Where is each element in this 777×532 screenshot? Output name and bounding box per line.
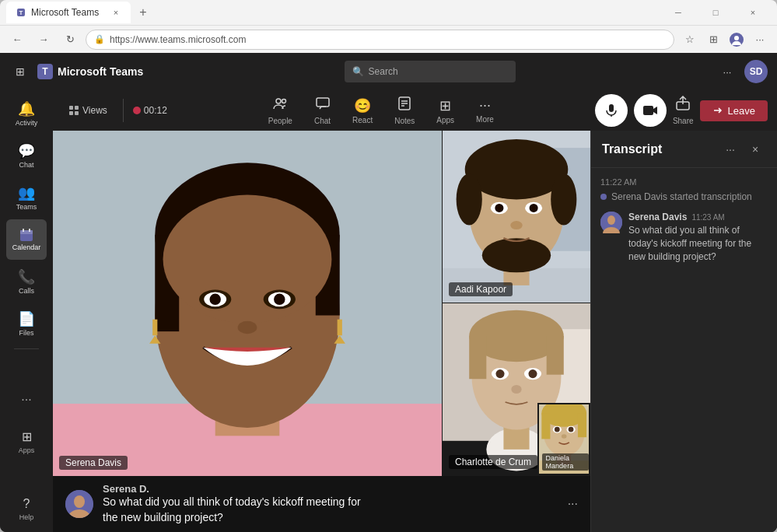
sidebar-apps-button[interactable]: ⊞ Apps: [6, 422, 47, 462]
notes-button[interactable]: Notes: [387, 93, 422, 128]
header-more-button[interactable]: ···: [716, 61, 738, 82]
svg-point-78: [511, 385, 521, 394]
video-grid: Serena Davis: [53, 131, 590, 476]
video-section: Serena Davis: [53, 131, 590, 532]
teams-app: ⊞ T Microsoft Teams 🔍 Search ··· SD: [0, 53, 777, 532]
help-icon: ?: [23, 497, 30, 511]
teams-label: Teams: [16, 204, 37, 212]
profile-icon[interactable]: [726, 29, 747, 51]
system-text: Serena Davis started transcription: [611, 191, 752, 202]
active-tab[interactable]: T Microsoft Teams ×: [6, 2, 131, 23]
sidebar-item-calls[interactable]: 📞 Calls: [6, 261, 47, 302]
window-controls: ─ □ ×: [660, 0, 771, 25]
entry-text: So what did you all think of today's kic…: [628, 224, 768, 263]
entry-name: Serena Davis: [628, 212, 687, 222]
minimize-button[interactable]: ─: [660, 0, 696, 25]
back-button[interactable]: ←: [6, 29, 28, 51]
mic-button[interactable]: [595, 94, 628, 127]
react-button[interactable]: 😊 React: [345, 94, 380, 128]
transcript-actions: ··· ×: [719, 138, 766, 160]
notes-label: Notes: [394, 117, 415, 125]
svg-point-96: [607, 215, 615, 225]
react-label: React: [352, 116, 373, 124]
people-button[interactable]: People: [261, 93, 300, 128]
meeting-toolbar: Views 00:12: [53, 90, 777, 131]
svg-point-41: [274, 294, 285, 305]
share-button[interactable]: Share: [673, 96, 694, 125]
apps-toolbar-button[interactable]: ⊞ Apps: [429, 94, 462, 128]
help-label: Help: [19, 513, 34, 521]
daniela-label: Daniela Mandera: [542, 453, 589, 471]
caption-speaker: Serena D.: [103, 483, 558, 495]
url-bar[interactable]: 🔒 https://www.teams.microsoft.com: [86, 30, 674, 50]
transcript-close-button[interactable]: ×: [744, 138, 766, 160]
hamburger-menu-icon[interactable]: ⊞: [9, 61, 31, 82]
svg-point-89: [555, 427, 560, 432]
chat-toolbar-button[interactable]: Chat: [306, 93, 338, 128]
svg-rect-86: [578, 413, 586, 437]
browser-more-icon[interactable]: ···: [749, 29, 771, 51]
svg-point-56: [551, 173, 576, 225]
transcript-system-event: Serena Davis started transcription: [600, 191, 768, 202]
sidebar-item-calendar[interactable]: Calendar: [6, 219, 47, 260]
svg-point-62: [510, 221, 522, 229]
sidebar-item-teams[interactable]: 👥 Teams: [6, 177, 47, 218]
sidebar-more-icon: ···: [21, 393, 31, 407]
aadi-video: [443, 131, 590, 303]
svg-point-55: [457, 173, 482, 225]
svg-point-14: [276, 99, 281, 103]
chat-toolbar-icon: [315, 96, 331, 115]
serena-video: [53, 131, 442, 476]
svg-rect-13: [75, 111, 79, 115]
header-right: ··· SD: [716, 60, 768, 83]
meeting-timer: 00:12: [144, 105, 167, 116]
svg-rect-12: [69, 111, 73, 115]
svg-rect-44: [338, 320, 342, 336]
react-icon: 😊: [354, 97, 371, 114]
user-avatar-header[interactable]: SD: [744, 60, 768, 83]
caption-text: So what did you all think of today's kic…: [103, 495, 558, 525]
sidebar-item-chat[interactable]: 💬 Chat: [6, 135, 47, 176]
close-window-button[interactable]: ×: [735, 0, 771, 25]
svg-rect-21: [609, 104, 614, 112]
tab-close-button[interactable]: ×: [110, 7, 121, 18]
files-icon: 📄: [18, 310, 35, 327]
leave-button[interactable]: Leave: [700, 100, 768, 121]
transcript-entry-0: Serena Davis 11:23 AM So what did you al…: [600, 212, 768, 263]
sidebar-more-button[interactable]: ···: [6, 380, 47, 420]
chat-label: Chat: [19, 162, 33, 170]
leave-label: Leave: [728, 105, 755, 117]
sidebar-help-button[interactable]: ? Help: [6, 488, 47, 529]
new-tab-button[interactable]: +: [134, 3, 152, 22]
daniela-inset-cell: Daniela Mandera: [537, 403, 590, 475]
transcript-entry-avatar: [600, 212, 622, 233]
maximize-button[interactable]: □: [698, 0, 733, 25]
charlotte-de-crum-label: Charlotte de Crum: [449, 455, 537, 469]
sidebar-divider: [14, 348, 39, 349]
svg-rect-11: [75, 106, 79, 110]
svg-rect-85: [541, 413, 550, 439]
video-side-column: Aadi Kapoor: [442, 131, 590, 476]
transcript-panel: Transcript ··· × 11:22 AM Serena Davis s…: [590, 131, 777, 532]
search-box[interactable]: 🔍 Search: [345, 61, 516, 82]
forward-button[interactable]: →: [33, 29, 54, 51]
views-button[interactable]: Views: [62, 102, 114, 119]
activity-label: Activity: [16, 120, 38, 128]
video-transcript-area: Serena Davis: [53, 131, 777, 532]
caption-more-button[interactable]: ···: [568, 497, 578, 511]
sidebar-item-activity[interactable]: 🔔 Activity: [6, 93, 47, 134]
favorites-icon[interactable]: ☆: [679, 29, 701, 51]
svg-point-61: [530, 204, 538, 212]
security-lock-icon: 🔒: [94, 34, 105, 44]
svg-rect-23: [643, 106, 653, 115]
views-label: Views: [82, 105, 107, 116]
collections-icon[interactable]: ⊞: [702, 29, 724, 51]
transcript-more-button[interactable]: ···: [719, 138, 741, 160]
more-toolbar-button[interactable]: ··· More: [468, 94, 502, 127]
refresh-button[interactable]: ↻: [59, 29, 81, 51]
sidebar-item-files[interactable]: 📄 Files: [6, 303, 47, 344]
toolbar-right: Share Leave: [595, 94, 768, 127]
svg-text:T: T: [42, 66, 48, 77]
teams-header: ⊞ T Microsoft Teams 🔍 Search ··· SD: [0, 53, 777, 90]
camera-button[interactable]: [634, 94, 667, 127]
